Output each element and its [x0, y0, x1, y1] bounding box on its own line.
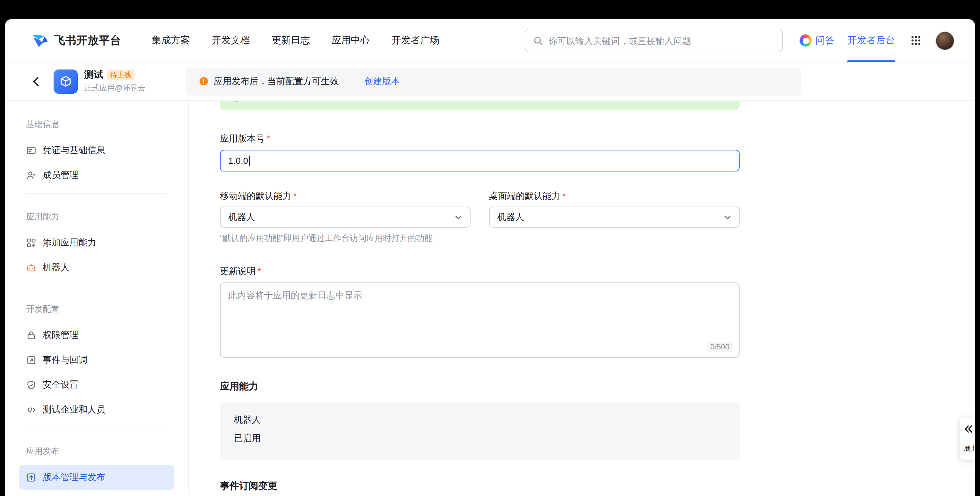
screen: 飞书开放平台 集成方案 开发文档 更新日志 应用中心 开发者广场: [0, 0, 980, 496]
sidebar-section-release: 应用发布: [26, 446, 188, 457]
user-avatar[interactable]: [935, 31, 955, 50]
app-icon: [54, 69, 78, 94]
char-counter: 0/500: [707, 342, 733, 352]
app-subheader: 测试 待上线 正式应用@环界云 应用发布后，当前配置方可生效 创建版本: [5, 62, 975, 101]
sidebar-item-label: 添加应用能力: [43, 237, 96, 248]
console-label: 开发者后台: [847, 35, 895, 46]
double-chevron-left-icon: [963, 424, 974, 434]
sidebar-divider: [26, 286, 167, 286]
required-mark: *: [267, 133, 270, 143]
create-version-link[interactable]: 创建版本: [364, 76, 400, 87]
status-badge: 待上线: [107, 70, 135, 80]
members-icon: [26, 170, 37, 180]
mobile-capability-select[interactable]: 机器人: [220, 207, 471, 227]
update-notes-textarea[interactable]: 此内容将于应用的更新日志中显示 0/500: [220, 283, 740, 358]
main-content: 本次发布免审核，提交发布后即可上线使用 应用版本号* 1.0.0 移动端的默认能…: [189, 101, 975, 495]
default-capability-row: 移动端的默认能力* 机器人 “默认的应用功能”即用户通过工作台访问应用时打开的功…: [220, 191, 975, 244]
text-cursor: [249, 156, 250, 166]
sidebar-section-capabilities: 应用能力: [26, 211, 188, 223]
publish-alert-banner: 应用发布后，当前配置方可生效 创建版本: [186, 67, 801, 95]
version-value: 1.0.0: [228, 156, 248, 166]
search-input[interactable]: [548, 35, 776, 46]
sidebar-item-label: 权限管理: [43, 329, 78, 341]
sidebar-section-dev-config: 开发配置: [26, 304, 188, 315]
alert-text: 应用发布后，当前配置方可生效: [213, 76, 339, 87]
sidebar: 基础信息 凭证与基础信息 成员管理: [5, 101, 189, 495]
events-section-title: 事件订阅变更: [220, 480, 975, 492]
mobile-capability-value: 机器人: [228, 211, 453, 223]
permission-lock-icon: [26, 330, 37, 340]
required-mark: *: [562, 191, 566, 201]
bot-icon: [26, 262, 37, 273]
sidebar-item-label: 机器人: [43, 262, 70, 273]
release-upload-icon: [26, 472, 37, 482]
expand-label: 展开: [963, 443, 975, 454]
nav-item-dev-plaza[interactable]: 开发者广场: [391, 35, 439, 46]
body-area: 基础信息 凭证与基础信息 成员管理: [5, 101, 975, 495]
expand-panel-toggle[interactable]: 展开: [959, 418, 975, 459]
global-search[interactable]: [525, 29, 783, 52]
sidebar-item-credentials[interactable]: 凭证与基础信息: [19, 138, 174, 162]
success-check-icon: [231, 101, 242, 102]
sidebar-item-members[interactable]: 成员管理: [19, 162, 174, 188]
apps-grid-icon[interactable]: [910, 35, 921, 46]
feishu-logo-icon: [30, 32, 49, 49]
brand-name: 飞书开放平台: [54, 33, 121, 48]
success-banner: 本次发布免审核，提交发布后即可上线使用: [220, 101, 740, 110]
capability-section-title: 应用能力: [220, 381, 975, 393]
back-button[interactable]: [30, 76, 42, 87]
default-capability-hint: “默认的应用功能”即用户通过工作台访问应用时打开的功能: [220, 233, 471, 244]
main-nav: 集成方案 开发文档 更新日志 应用中心 开发者广场: [152, 35, 439, 46]
sidebar-item-test-org[interactable]: 测试企业和人员: [19, 397, 174, 422]
required-mark: *: [258, 266, 261, 276]
sidebar-divider: [26, 428, 167, 428]
add-capability-icon: [26, 237, 37, 248]
sidebar-item-events[interactable]: 事件与回调: [19, 347, 174, 372]
test-brackets-icon: [26, 404, 37, 415]
app-subtitle: 正式应用@环界云: [84, 83, 145, 94]
desktop-capability-label: 桌面端的默认能力*: [489, 191, 740, 202]
chevron-down-icon: [722, 212, 733, 222]
app-meta: 测试 待上线 正式应用@环界云: [84, 69, 145, 94]
sidebar-item-label: 事件与回调: [43, 354, 88, 366]
desktop-capability-value: 机器人: [497, 211, 722, 223]
capability-box: 机器人 已启用: [220, 402, 740, 460]
nav-item-changelog[interactable]: 更新日志: [272, 35, 310, 46]
sidebar-item-permissions[interactable]: 权限管理: [19, 323, 174, 347]
update-notes-label: 更新说明*: [220, 266, 975, 277]
browser-page: 飞书开放平台 集成方案 开发文档 更新日志 应用中心 开发者广场: [5, 19, 975, 496]
sidebar-item-label: 测试企业和人员: [43, 404, 105, 415]
nav-item-integration[interactable]: 集成方案: [152, 35, 190, 46]
tab-developer-console[interactable]: 开发者后台: [847, 19, 895, 62]
sidebar-item-label: 版本管理与发布: [43, 471, 105, 483]
search-icon: [533, 35, 543, 46]
brand-logo-link[interactable]: 飞书开放平台: [30, 32, 121, 49]
sidebar-item-bot[interactable]: 机器人: [19, 255, 174, 280]
version-input[interactable]: 1.0.0: [220, 150, 740, 172]
active-tab-indicator: [847, 60, 895, 62]
qa-label: 问答: [816, 35, 835, 46]
shield-icon: [26, 380, 37, 390]
qa-icon: [800, 35, 812, 46]
sidebar-item-label: 成员管理: [43, 169, 78, 181]
header-right: 问答 开发者后台: [800, 19, 955, 62]
sidebar-divider: [26, 193, 167, 194]
sidebar-item-security[interactable]: 安全设置: [19, 372, 174, 397]
success-banner-text: 本次发布免审核，提交发布后即可上线使用: [247, 101, 416, 103]
qa-link[interactable]: 问答: [800, 35, 835, 46]
top-header: 飞书开放平台 集成方案 开发文档 更新日志 应用中心 开发者广场: [5, 19, 975, 62]
chevron-down-icon: [453, 212, 463, 222]
nav-item-docs[interactable]: 开发文档: [212, 35, 250, 46]
desktop-capability-select[interactable]: 机器人: [489, 207, 740, 227]
event-callback-icon: [26, 355, 37, 365]
capability-status: 已启用: [234, 433, 725, 444]
sidebar-item-label: 凭证与基础信息: [43, 145, 105, 156]
credential-icon: [26, 145, 37, 155]
capability-name: 机器人: [234, 414, 725, 426]
sidebar-item-add-capability[interactable]: 添加应用能力: [19, 230, 174, 255]
version-label: 应用版本号*: [220, 133, 975, 145]
required-mark: *: [293, 191, 297, 201]
sidebar-item-version-release[interactable]: 版本管理与发布: [19, 465, 174, 490]
nav-item-app-center[interactable]: 应用中心: [332, 35, 370, 46]
notes-placeholder: 此内容将于应用的更新日志中显示: [228, 290, 362, 300]
